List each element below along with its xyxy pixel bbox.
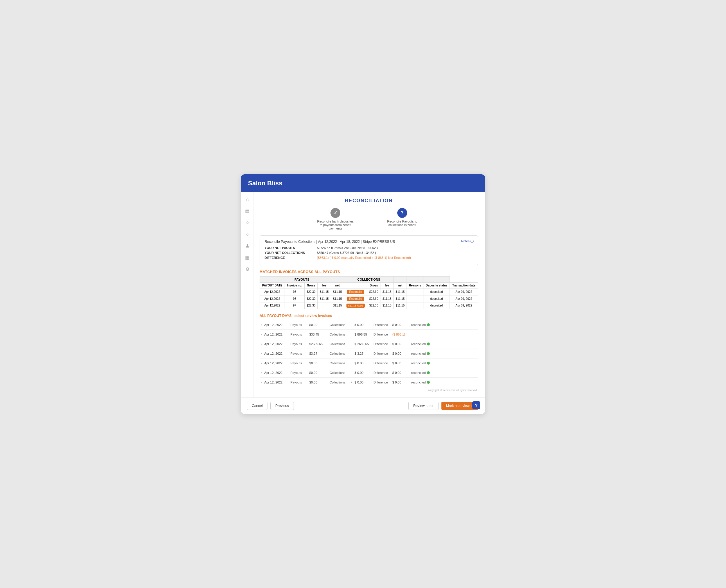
chart-icon[interactable]: ▦ [244,254,251,261]
deposit-status-cell: deposited [423,295,450,302]
diff-label-2: Difference [373,342,392,346]
clock-icon[interactable]: ○ [244,231,251,238]
expand-chevron-6[interactable]: › [261,380,262,384]
cancel-button[interactable]: Cancel [247,402,268,410]
steps-container: ✓ Reconcile bank deposites to payouts fr… [260,208,478,230]
gross-cell: $22.30 [304,302,317,309]
payouts-group-header: PAYOUTS [260,276,344,282]
diff-amount-0: $ 0.00 [392,323,411,327]
issue-btn-2[interactable]: $11.15 issue [346,303,365,308]
reconciled-badge: reconciled [411,352,430,355]
notes-button[interactable]: Notes ⓘ [461,239,474,244]
app-title: Salon Bliss [248,180,282,187]
reconciled-badge: reconciled [411,342,430,346]
coll-net-cell: $11.15 [393,302,407,309]
settings-icon[interactable]: ⚙ [244,266,251,273]
reconciled-badge: reconciled [411,381,430,384]
green-dot [427,371,430,374]
payout-row[interactable]: › Apr 12, 2022 Payouts $0.00 Collections… [260,358,478,368]
issue-button-cell[interactable]: $11.15 issue [344,302,367,309]
reconcile-btn-1[interactable]: Reconcile [347,297,364,301]
net-collections-row: YOUR NET COLLECTIONS $350.47 (Gross $ 37… [264,251,473,254]
expand-chevron-5[interactable]: › [261,371,262,375]
payouts-amount-3: $3.27 [309,352,329,355]
reasons-cell [407,302,423,309]
net-payouts-value: $2726.37 (Gross $ 2860.89 .Net $ 134.52 … [317,246,378,250]
payout-row[interactable]: › Apr 12, 2022 Payouts $0.00 Collections… [260,320,478,330]
payouts-amount-1: $33.45 [309,333,329,336]
review-later-button[interactable]: Review Later [408,402,439,410]
col-gross: Gross [304,282,317,288]
step2-circle: ? [397,208,407,218]
invoice-no-cell: 96 [284,295,304,302]
diff-label-6: Difference [373,381,392,384]
payouts-label-2: Payouts [291,342,309,346]
expand-chevron-2[interactable]: › [261,342,262,346]
step1-label: Reconcile bank deposites to payouts from… [317,219,354,230]
net-cell: $11.15 [331,288,344,295]
expand-chevron-4[interactable]: › [261,361,262,365]
gross-cell: $22.30 [304,288,317,295]
footer-actions: Cancel Previous Review Later Mark as rev… [241,397,485,414]
expand-chevron-1[interactable]: › [261,332,262,336]
coll-fee-cell: $11.15 [380,288,393,295]
payout-date-cell: Apr 12,2022 [260,288,285,295]
reasons-cell [407,295,423,302]
info-box-title: Reconcile Payouts to Collections | Apr 1… [264,240,473,244]
star-icon[interactable]: ☆ [244,219,251,226]
step1-circle: ✓ [330,208,340,218]
info-box: Reconcile Payouts to Collections | Apr 1… [260,235,478,265]
payout-row[interactable]: › Apr 12, 2022 Payouts $2689.65 Collecti… [260,339,478,349]
help-button[interactable]: ? [472,401,480,410]
payout-row[interactable]: › Apr 12, 2022 Payouts $33.45 Collection… [260,330,478,339]
collections-label-0: Collections [329,323,350,327]
step-1: ✓ Reconcile bank deposites to payouts fr… [317,208,354,230]
diff-label-0: Difference [373,323,392,327]
payouts-label-5: Payouts [291,371,309,375]
collections-amount-3: $ 3.27 [355,352,373,355]
green-dot [427,362,430,364]
reconcile-button-cell[interactable]: Reconcile [344,295,367,302]
col-invoice-no: Invoice no. [284,282,304,288]
payout-row[interactable]: › Apr 12, 2022 Payouts $0.00 Collections… [260,368,478,378]
reconciled-badge: reconciled [411,361,430,365]
diff-label-4: Difference [373,361,392,365]
reasons-spacer [393,276,407,282]
gross-cell: $22.30 [304,295,317,302]
reconcile-btn-0[interactable]: Reconcile [347,290,364,294]
notes-icon: ⓘ [470,239,474,244]
diff-amount-5: $ 0.00 [392,371,411,375]
diff-amount-6: $ 0.00 [392,381,411,384]
collections-amount-1: $ 896.55 [355,333,373,336]
home-icon[interactable]: ⌂ [244,196,251,203]
expand-chevron-3[interactable]: › [261,352,262,356]
col-fee: fee [318,282,331,288]
collections-group-header: COLLECTIONS [344,276,393,282]
user-icon[interactable]: ♟ [244,243,251,249]
previous-button[interactable]: Previous [270,402,294,410]
sidebar: ⌂ ▤ ☆ ○ ♟ ▦ ⚙ [241,192,254,397]
expand-chevron-0[interactable]: › [261,323,262,327]
footer-right-buttons: Review Later Mark as reviewed [408,402,478,410]
copyright-text: copyright @ zenoti.com all rights reserv… [260,389,478,392]
net-payouts-row: YOUR NET PAOUTS $2726.37 (Gross $ 2860.8… [264,246,473,250]
fee-cell: $11.15 [318,288,331,295]
payout-row[interactable]: › Apr 12, 2022 Payouts $0.00 Collections… [260,378,478,387]
payout-row[interactable]: › Apr 12, 2022 Payouts $3.27 Collections… [260,349,478,358]
main-content: RECONCILIATION ✓ Reconcile bank deposite… [254,192,485,397]
page-title: RECONCILIATION [260,198,478,203]
document-icon[interactable]: ▤ [244,208,251,214]
green-dot [427,323,430,326]
reconcile-button-cell[interactable]: Reconcile [344,288,367,295]
row-date-5: Apr 12, 2022 [264,371,291,375]
app-container: Salon Bliss ⌂ ▤ ☆ ○ ♟ ▦ ⚙ RECONCILIATION… [241,174,485,414]
coll-net-cell: $11.15 [393,288,407,295]
payout-date-cell: Apr 12,2022 [260,302,285,309]
reconciled-badge: reconciled [411,323,430,327]
col-coll-gross: Gross [367,282,380,288]
collections-amount-6: $ 0.00 [355,381,373,384]
green-dot [427,352,430,355]
col-coll-fee: fee [380,282,393,288]
col-action [344,282,367,288]
transaction-date-cell: Apr 09, 2022 [450,295,478,302]
